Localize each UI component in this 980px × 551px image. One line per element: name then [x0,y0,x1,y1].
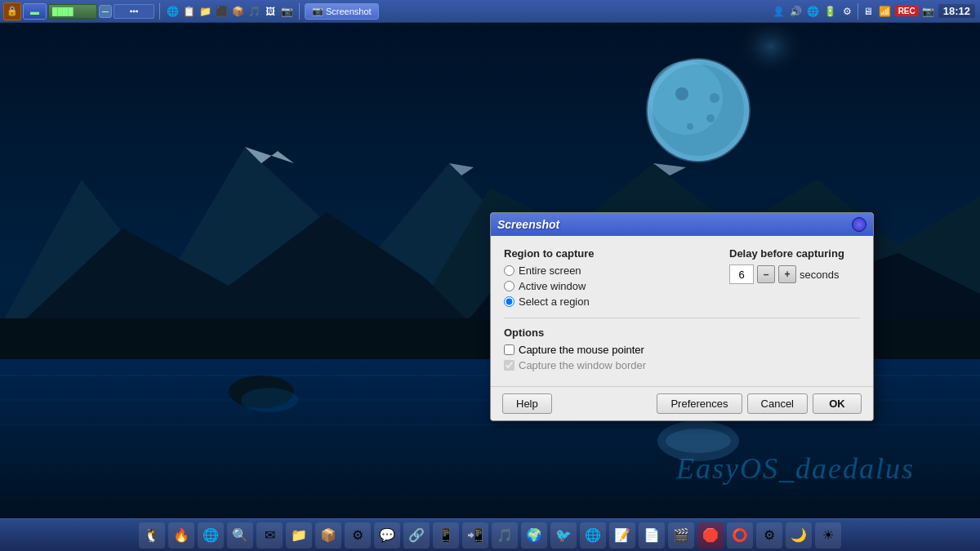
bottom-icon-chrome[interactable]: 🌐 [198,522,224,549]
taskbar-icon-browser[interactable]: 🌐 [165,4,180,19]
bottom-icon-social1[interactable]: 📱 [433,522,459,549]
region-label: Region to capture [504,247,713,260]
taskbar-network-icon[interactable]: 🌐 [806,4,821,19]
taskbar-icon-pkg[interactable]: 📦 [230,4,245,19]
delay-plus-button[interactable]: + [778,265,796,283]
dialog-close-button[interactable] [852,217,866,232]
radio-entire-screen-input[interactable] [504,265,514,276]
taskbar-settings-icon[interactable]: ⚙ [840,4,855,19]
bottom-icon-stop[interactable]: 🛑 [697,522,724,549]
radio-active-window-input[interactable] [504,281,514,291]
region-section: Region to capture Entire screen Active w… [504,247,713,311]
screenshot-dialog: Screenshot Region to capture Entire scre… [490,212,874,421]
radio-active-window-label: Active window [519,280,586,292]
taskbar-icon-scr[interactable]: 📷 [279,4,294,19]
cancel-button[interactable]: Cancel [747,393,808,414]
dialog-titlebar: Screenshot [491,213,873,236]
taskbar-screenshot-btn[interactable]: 📷 Screenshot [305,3,379,20]
bottom-icon-sun[interactable]: ☀ [815,522,841,549]
taskbar-icon-img[interactable]: 🖼 [263,4,278,19]
taskbar-separator-2 [299,3,300,20]
taskbar-rec-badge[interactable]: REC [895,6,919,16]
bottom-icon-linkedin[interactable]: 🔗 [403,522,430,549]
bottom-icon-settings2[interactable]: ⚙ [345,522,371,549]
bottom-icon-moon[interactable]: 🌙 [786,522,812,549]
help-button[interactable]: Help [502,393,552,414]
checkbox-window-border-label: Capture the window border [519,359,646,371]
dialog-main-row: Region to capture Entire screen Active w… [504,247,860,311]
radio-select-region-label: Select a region [519,295,590,308]
delay-section: Delay before capturing 6 – + seconds [729,247,860,311]
taskbar-widget-2[interactable]: ▪▪▪ [114,4,154,19]
delay-control: 6 – + seconds [729,264,860,284]
ok-button[interactable]: OK [813,393,862,414]
radio-active-window[interactable]: Active window [504,280,713,292]
svg-point-7 [706,114,715,122]
dialog-body: Region to capture Entire screen Active w… [491,236,873,386]
bottom-icon-media2[interactable]: 🎬 [668,522,694,549]
bottom-icon-settings3[interactable]: ⚙ [756,522,782,549]
checkbox-mouse-pointer-label: Capture the mouse pointer [519,344,644,356]
checkbox-mouse-pointer-input[interactable] [504,344,514,355]
preferences-button[interactable]: Preferences [657,393,742,414]
radio-entire-screen[interactable]: Entire screen [504,264,713,277]
taskbar-monitor-icon[interactable]: 🖥 [861,4,875,19]
checkbox-mouse-pointer[interactable]: Capture the mouse pointer [504,344,860,356]
svg-point-23 [666,429,731,453]
options-divider [504,318,860,318]
taskbar-icon-term[interactable]: ⬛ [214,4,229,19]
radio-select-region-input[interactable] [504,296,514,307]
svg-point-6 [675,87,688,100]
svg-point-9 [710,93,719,103]
svg-point-25 [241,388,298,412]
delay-value-display: 6 [729,264,754,284]
taskbar-green-widget[interactable]: ████ [48,4,97,19]
taskbar-app-icon-lock[interactable]: 🔒 [3,2,21,20]
bottom-icon-word[interactable]: 📝 [609,522,635,549]
radio-entire-screen-label: Entire screen [519,264,581,277]
dialog-title: Screenshot [497,218,559,231]
bottom-icon-penguin[interactable]: 🐧 [139,522,165,549]
taskbar-wifi-icon[interactable]: 📶 [878,4,893,19]
dialog-footer: Help Preferences Cancel OK [491,386,873,420]
taskbar-audio-icon[interactable]: 🔊 [789,4,804,19]
options-section: Options Capture the mouse pointer Captur… [504,327,860,371]
bottom-icon-firefox[interactable]: 🔥 [168,522,194,549]
top-taskbar: 🔒 ▬ ████ ─ ▪▪▪ 🌐 📋 📁 ⬛ 📦 🎵 🖼 📷 📷 Screens… [0,0,980,23]
taskbar-screenshot-label: Screenshot [326,7,372,16]
taskbar-icon-media[interactable]: 🎵 [247,4,261,19]
dialog-right-buttons: Preferences Cancel OK [657,393,862,414]
taskbar-clock: 18:12 [938,4,975,18]
bottom-icon-email[interactable]: ✉ [256,522,283,549]
delay-label: Delay before capturing [729,247,860,260]
taskbar-icon-notes[interactable]: 📋 [181,4,196,19]
taskbar-icon-file[interactable]: 📁 [198,4,212,19]
bottom-icon-pkg2[interactable]: 📦 [315,522,341,549]
radio-select-region[interactable]: Select a region [504,295,713,308]
bottom-icon-search[interactable]: 🔍 [227,522,253,549]
bottom-icon-globe[interactable]: 🌍 [521,522,547,549]
taskbar-separator-3 [858,3,858,20]
taskbar-left: 🔒 ▬ ████ ─ ▪▪▪ 🌐 📋 📁 ⬛ 📦 🎵 🖼 📷 📷 Screens… [0,2,772,20]
taskbar-battery-icon[interactable]: 🔋 [823,4,838,19]
bottom-icon-power[interactable]: ⭕ [727,522,753,549]
bottom-icon-social2[interactable]: 📲 [462,522,488,549]
checkbox-window-border-input [504,360,514,371]
taskbar-right: 👤 🔊 🌐 🔋 ⚙ 🖥 📶 REC 📷 18:12 [772,3,980,20]
taskbar-camera-icon[interactable]: 📷 [921,4,936,19]
svg-point-8 [687,123,693,130]
bottom-icon-doc[interactable]: 📄 [639,522,665,549]
bottom-icon-browser2[interactable]: 🌐 [580,522,606,549]
checkbox-window-border[interactable]: Capture the window border [504,359,860,371]
taskbar-app-btn-1[interactable]: ▬ [23,3,47,20]
options-label: Options [504,327,860,339]
delay-minus-button[interactable]: – [757,265,775,283]
bottom-icon-folder[interactable]: 📁 [286,522,312,549]
taskbar-user-icon[interactable]: 👤 [772,4,786,19]
bottom-icon-social3[interactable]: 🎵 [492,522,518,549]
delay-unit-label: seconds [800,269,839,281]
bottom-icon-bird[interactable]: 🐦 [550,522,577,549]
bottom-icon-msg[interactable]: 💬 [374,522,400,549]
taskbar-separator-1 [159,3,160,20]
taskbar-minimize-btn[interactable]: ─ [99,5,112,18]
